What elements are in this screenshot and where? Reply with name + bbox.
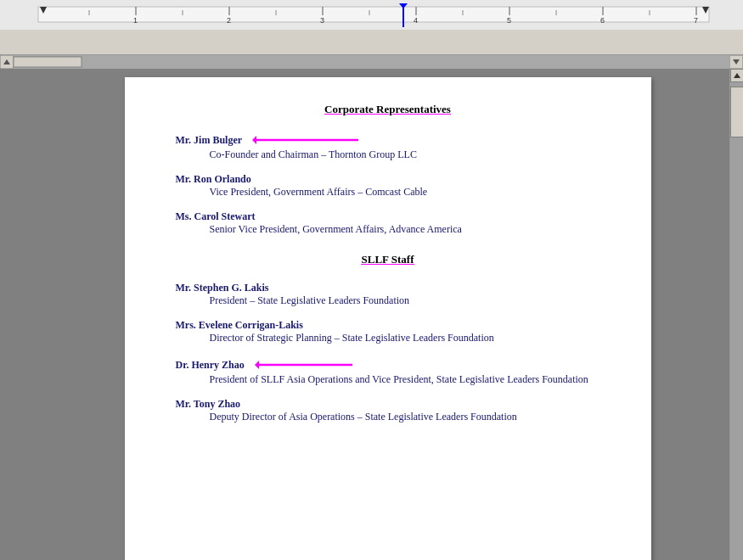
person-name-ron-orlando: Mr. Ron Orlando	[176, 173, 600, 186]
svg-text:3: 3	[320, 16, 324, 25]
person-entry-tony-zhao: Mr. Tony Zhao Deputy Director of Asia Op…	[176, 398, 600, 423]
ruler-svg: 1 2 3 4 5 6 7	[0, 0, 743, 30]
evelene-corrigan-name-text: Mrs. Evelene Corrigan-Lakis	[176, 319, 303, 332]
carol-stewart-role-text: Senior Vice President, Government Affair…	[210, 223, 462, 235]
person-entry-carol-stewart: Ms. Carol Stewart Senior Vice President,…	[176, 210, 600, 236]
document-wrapper: Corporate Representatives Mr. Jim Bulger…	[41, 69, 743, 560]
person-name-jim-bulger: Mr. Jim Bulger	[176, 132, 600, 148]
left-margin	[0, 69, 41, 560]
jim-bulger-role-text: Co-Founder and Chairman – Thornton Group…	[210, 148, 417, 160]
evelene-corrigan-title: Director of Strategic Planning – State L…	[176, 332, 600, 344]
jim-bulger-title: Co-Founder and Chairman – Thornton Group…	[176, 148, 600, 161]
henry-zhao-title: President of SLLF Asia Operations and Vi…	[176, 373, 600, 386]
person-entry-jim-bulger: Mr. Jim Bulger Co-Founder and Chairman –…	[176, 132, 600, 161]
carol-stewart-name-text: Ms. Carol Stewart	[176, 210, 256, 223]
person-name-evelene-corrigan: Mrs. Evelene Corrigan-Lakis	[176, 319, 600, 332]
corporate-title: Corporate Representatives	[176, 103, 600, 116]
sllf-title: SLLF Staff	[176, 253, 600, 266]
svg-text:5: 5	[507, 16, 511, 25]
svg-text:2: 2	[227, 16, 231, 25]
svg-text:4: 4	[414, 16, 418, 25]
scrollbar-track	[730, 82, 744, 560]
jim-bulger-name-text: Mr. Jim Bulger	[176, 134, 243, 147]
evelene-corrigan-role-text: Director of Strategic Planning – State L…	[210, 332, 494, 344]
person-entry-stephen-lakis: Mr. Stephen G. Lakis President – State L…	[176, 282, 600, 307]
svg-rect-1	[38, 7, 709, 22]
henry-zhao-role-text: President of SLLF Asia Operations and Vi…	[210, 373, 588, 385]
sllf-section: SLLF Staff Mr. Stephen G. Lakis Presiden…	[176, 253, 600, 423]
arrow-henry-zhao	[255, 356, 357, 373]
person-name-stephen-lakis: Mr. Stephen G. Lakis	[176, 282, 600, 294]
sllf-title-text: SLLF Staff	[362, 253, 414, 266]
person-entry-henry-zhao: Dr. Henry Zhao President of SLLF Asia Op…	[176, 356, 600, 386]
toolbar-area	[0, 30, 743, 55]
stephen-lakis-title: President – State Legislative Leaders Fo…	[176, 294, 600, 307]
henry-zhao-name-text: Dr. Henry Zhao	[176, 359, 245, 372]
person-entry-ron-orlando: Mr. Ron Orlando Vice President, Governme…	[176, 173, 600, 199]
svg-text:7: 7	[694, 16, 698, 25]
tony-zhao-role-text: Deputy Director of Asia Operations – Sta…	[210, 411, 517, 423]
corporate-title-text: Corporate Representatives	[324, 103, 451, 115]
person-name-carol-stewart: Ms. Carol Stewart	[176, 210, 600, 223]
scrollbar-up-btn[interactable]	[730, 69, 744, 82]
carol-stewart-title: Senior Vice President, Government Affair…	[176, 223, 600, 236]
ron-orlando-title: Vice President, Government Affairs – Com…	[176, 186, 600, 199]
svg-marker-37	[255, 361, 259, 369]
hscroll-top	[0, 55, 743, 69]
scrollbar-thumb[interactable]	[730, 87, 744, 137]
hscroll-svg	[0, 55, 743, 69]
ruler-container: 1 2 3 4 5 6 7	[0, 0, 743, 30]
svg-marker-38	[734, 73, 740, 78]
stephen-lakis-role-text: President – State Legislative Leaders Fo…	[210, 294, 410, 306]
person-entry-evelene-corrigan: Mrs. Evelene Corrigan-Lakis Director of …	[176, 319, 600, 344]
person-name-tony-zhao: Mr. Tony Zhao	[176, 398, 600, 411]
right-scrollbar[interactable]	[729, 69, 743, 560]
corporate-section: Corporate Representatives Mr. Jim Bulger…	[176, 103, 600, 236]
person-name-henry-zhao: Dr. Henry Zhao	[176, 356, 600, 373]
ron-orlando-role-text: Vice President, Government Affairs – Com…	[210, 186, 428, 198]
svg-text:6: 6	[600, 16, 605, 25]
svg-marker-35	[252, 136, 256, 144]
ron-orlando-name-text: Mr. Ron Orlando	[176, 173, 251, 186]
svg-rect-33	[14, 57, 82, 67]
svg-rect-32	[14, 55, 729, 69]
stephen-lakis-name-text: Mr. Stephen G. Lakis	[176, 282, 269, 294]
arrow-jim-bulger	[252, 132, 363, 148]
tony-zhao-title: Deputy Director of Asia Operations – Sta…	[176, 411, 600, 423]
main-area: Corporate Representatives Mr. Jim Bulger…	[0, 69, 743, 560]
tony-zhao-name-text: Mr. Tony Zhao	[176, 398, 241, 411]
svg-text:1: 1	[133, 16, 138, 25]
document-page: Corporate Representatives Mr. Jim Bulger…	[125, 77, 651, 560]
